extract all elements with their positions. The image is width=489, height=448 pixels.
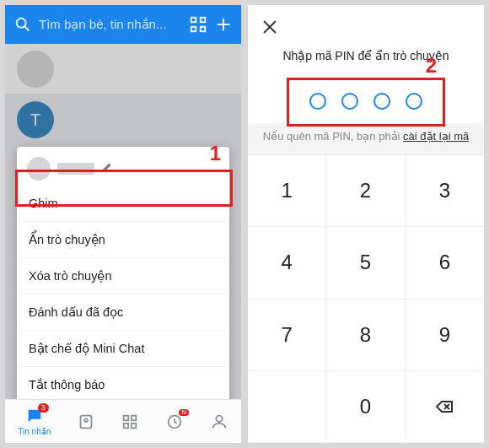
svg-rect-10 — [124, 415, 129, 420]
chat-list: T Ghim Ẩn trò chuyện Xóa trò chuyện Đánh… — [5, 44, 241, 399]
pin-dot — [309, 93, 326, 110]
reset-pin-link[interactable]: cài đặt lại mã — [403, 130, 469, 143]
menu-item-pin[interactable]: Ghim — [17, 186, 229, 221]
edit-icon[interactable] — [101, 161, 113, 176]
hint-prefix: Nếu quên mã PIN, bạn phải — [263, 130, 403, 143]
nav-discover[interactable] — [121, 413, 139, 431]
bottom-nav: 3 Tin nhắn N — [5, 399, 241, 443]
key-5[interactable]: 5 — [326, 227, 405, 299]
pin-dot — [341, 93, 358, 110]
svg-rect-11 — [132, 415, 137, 420]
menu-item-delete[interactable]: Xóa trò chuyện — [17, 257, 229, 294]
close-icon[interactable] — [260, 17, 280, 42]
callout-1: 1 — [210, 142, 221, 165]
clock-icon: N — [165, 413, 184, 431]
key-7[interactable]: 7 — [248, 300, 326, 371]
key-0[interactable]: 0 — [326, 371, 405, 443]
svg-point-15 — [216, 415, 222, 421]
nav-timeline[interactable]: N — [165, 413, 184, 431]
contacts-icon — [77, 413, 95, 431]
svg-rect-3 — [201, 18, 206, 23]
screen-chat-list: Tìm bạn bè, tin nhắn... T Ghim Ẩn trò ch… — [5, 5, 241, 443]
menu-header — [17, 147, 229, 186]
hint-text: Nếu quên mã PIN, bạn phải cài đặt lại mã — [248, 123, 484, 154]
svg-rect-2 — [191, 18, 196, 23]
key-4[interactable]: 4 — [248, 227, 326, 299]
svg-point-9 — [84, 418, 88, 422]
nav-label: Tin nhắn — [18, 427, 51, 436]
chat-icon: 3 — [25, 407, 44, 425]
menu-item-mark-read[interactable]: Đánh dấu đã đọc — [17, 294, 229, 330]
pin-dots — [248, 93, 484, 110]
menu-item-mini-chat[interactable]: Bật chế độ Mini Chat — [17, 330, 229, 366]
svg-rect-4 — [191, 27, 196, 32]
svg-point-0 — [17, 19, 26, 28]
key-8[interactable]: 8 — [326, 300, 405, 371]
svg-line-1 — [25, 27, 30, 31]
svg-rect-12 — [124, 423, 129, 428]
badge: 3 — [38, 403, 49, 413]
menu-item-hide[interactable]: Ẩn trò chuyện — [17, 221, 229, 257]
pin-title: Nhập mã PIN để ẩn trò chuyện — [260, 49, 472, 62]
key-1[interactable]: 1 — [248, 155, 326, 227]
keypad: 1 2 3 4 5 6 7 8 9 0 — [248, 154, 484, 443]
pin-dots-area: 2 — [248, 69, 484, 123]
nav-messages[interactable]: 3 Tin nhắn — [18, 407, 51, 436]
svg-rect-13 — [132, 423, 137, 428]
backspace-icon — [434, 397, 454, 417]
pin-dot — [406, 93, 422, 110]
pin-dot — [373, 93, 390, 110]
key-3[interactable]: 3 — [406, 155, 484, 227]
context-menu: Ghim Ẩn trò chuyện Xóa trò chuyện Đánh d… — [17, 147, 229, 409]
top-bar: Tìm bạn bè, tin nhắn... — [5, 5, 241, 44]
key-blank — [248, 371, 326, 443]
menu-item-mute[interactable]: Tắt thông báo — [17, 366, 229, 402]
badge: N — [179, 409, 189, 416]
nav-contacts[interactable] — [77, 413, 95, 431]
nav-me[interactable] — [210, 413, 228, 431]
screen-pin-entry: Nhập mã PIN để ẩn trò chuyện 2 Nếu quên … — [248, 5, 484, 443]
search-icon[interactable] — [13, 15, 32, 34]
key-backspace[interactable] — [406, 371, 484, 443]
contact-name — [57, 163, 94, 175]
key-6[interactable]: 6 — [406, 227, 484, 299]
key-2[interactable]: 2 — [326, 155, 405, 227]
grid-icon — [121, 413, 139, 431]
svg-rect-5 — [201, 27, 206, 32]
add-icon[interactable] — [214, 15, 233, 34]
search-input[interactable]: Tìm bạn bè, tin nhắn... — [39, 17, 182, 32]
qr-icon[interactable] — [189, 15, 207, 34]
pin-header: Nhập mã PIN để ẩn trò chuyện — [248, 5, 484, 69]
person-icon — [210, 413, 228, 431]
callout-2: 2 — [426, 54, 437, 78]
avatar — [27, 157, 51, 181]
key-9[interactable]: 9 — [406, 300, 484, 371]
